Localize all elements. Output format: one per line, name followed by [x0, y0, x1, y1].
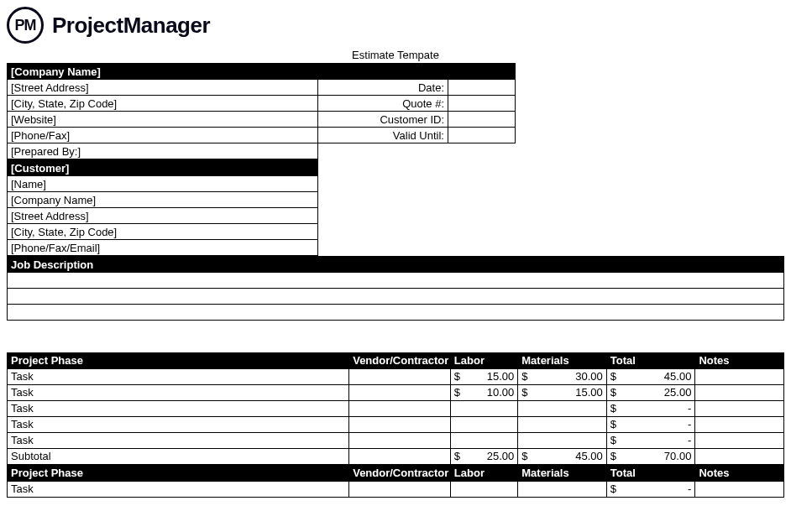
- materials-cell[interactable]: [518, 416, 607, 432]
- col-vendor: Vendor/Contractor: [349, 352, 451, 368]
- table-row: Task $10.00 $15.00 $25.00: [8, 384, 784, 400]
- label-customer-id: Customer ID:: [318, 112, 448, 128]
- subtotal-labor: $25.00: [450, 448, 517, 464]
- table-row: Task $15.00 $30.00 $45.00: [8, 368, 784, 384]
- col-materials: Materials: [518, 465, 607, 481]
- notes-cell[interactable]: [695, 368, 784, 384]
- value-date[interactable]: [448, 80, 516, 96]
- logo-row: PM ProjectManager: [7, 7, 784, 44]
- vendor-cell[interactable]: [349, 368, 451, 384]
- table-row: Task $-: [8, 432, 784, 448]
- table-row: Task $-: [8, 481, 784, 497]
- col-labor: Labor: [450, 352, 517, 368]
- col-labor: Labor: [450, 465, 517, 481]
- total-cell[interactable]: $-: [606, 432, 695, 448]
- notes-cell[interactable]: [695, 400, 784, 416]
- vendor-cell[interactable]: [349, 400, 451, 416]
- job-description-header: Job Description: [8, 257, 784, 273]
- total-cell[interactable]: $45.00: [606, 368, 695, 384]
- labor-cell[interactable]: $15.00: [450, 368, 517, 384]
- task-cell[interactable]: Task: [8, 416, 349, 432]
- customer-city[interactable]: [City, State, Zip Code]: [8, 224, 318, 240]
- col-notes: Notes: [695, 352, 784, 368]
- job-description-line[interactable]: [8, 305, 784, 321]
- value-valid-until[interactable]: [448, 128, 516, 143]
- col-total: Total: [606, 352, 695, 368]
- notes-cell[interactable]: [695, 432, 784, 448]
- vendor-cell[interactable]: [349, 384, 451, 400]
- table-row: Task $-: [8, 400, 784, 416]
- company-street[interactable]: [Street Address]: [8, 80, 318, 96]
- customer-street[interactable]: [Street Address]: [8, 208, 318, 224]
- subtotal-row: Subtotal $25.00 $45.00 $70.00: [8, 448, 784, 464]
- vendor-cell[interactable]: [349, 416, 451, 432]
- total-cell[interactable]: $-: [606, 481, 695, 497]
- phase1-table: Project Phase Vendor/Contractor Labor Ma…: [7, 352, 784, 465]
- total-cell[interactable]: $-: [606, 400, 695, 416]
- subtotal-label: Subtotal: [8, 448, 349, 464]
- company-header: [Company Name]: [8, 64, 318, 80]
- company-phone[interactable]: [Phone/Fax]: [8, 128, 318, 143]
- label-date: Date:: [318, 80, 448, 96]
- total-cell[interactable]: $25.00: [606, 384, 695, 400]
- page-title: Estimate Tempate: [7, 49, 784, 61]
- labor-cell[interactable]: $10.00: [450, 384, 517, 400]
- notes-cell[interactable]: [695, 416, 784, 432]
- labor-cell[interactable]: [450, 432, 517, 448]
- logo-text: ProjectManager: [52, 13, 210, 39]
- materials-cell[interactable]: [518, 432, 607, 448]
- customer-company[interactable]: [Company Name]: [8, 192, 318, 208]
- labor-cell[interactable]: [450, 416, 517, 432]
- phase2-table: Project Phase Vendor/Contractor Labor Ma…: [7, 465, 784, 498]
- company-meta-table: [Company Name] [Street Address] Date: [C…: [7, 63, 784, 159]
- job-description-line[interactable]: [8, 289, 784, 305]
- company-prepared-by[interactable]: [Prepared By:]: [8, 143, 318, 159]
- subtotal-total: $70.00: [606, 448, 695, 464]
- customer-contact[interactable]: [Phone/Fax/Email]: [8, 240, 318, 256]
- subtotal-materials: $45.00: [518, 448, 607, 464]
- label-valid-until: Valid Until:: [318, 128, 448, 143]
- materials-cell[interactable]: $15.00: [518, 384, 607, 400]
- task-cell[interactable]: Task: [8, 481, 349, 497]
- company-website[interactable]: [Website]: [8, 112, 318, 128]
- vendor-cell[interactable]: [349, 432, 451, 448]
- notes-cell[interactable]: [695, 384, 784, 400]
- col-vendor: Vendor/Contractor: [349, 465, 451, 481]
- task-cell[interactable]: Task: [8, 368, 349, 384]
- total-cell[interactable]: $-: [606, 416, 695, 432]
- materials-cell[interactable]: [518, 481, 607, 497]
- col-materials: Materials: [518, 352, 607, 368]
- value-quote[interactable]: [448, 96, 516, 112]
- col-phase: Project Phase: [8, 352, 349, 368]
- customer-header: [Customer]: [8, 160, 318, 176]
- col-phase: Project Phase: [8, 465, 349, 481]
- notes-cell[interactable]: [695, 481, 784, 497]
- col-notes: Notes: [695, 465, 784, 481]
- task-cell[interactable]: Task: [8, 384, 349, 400]
- col-total: Total: [606, 465, 695, 481]
- customer-table: [Customer] [Name] [Company Name] [Street…: [7, 159, 784, 256]
- vendor-cell[interactable]: [349, 481, 451, 497]
- company-header-ext: [318, 64, 448, 80]
- label-quote: Quote #:: [318, 96, 448, 112]
- task-cell[interactable]: Task: [8, 432, 349, 448]
- customer-name[interactable]: [Name]: [8, 176, 318, 192]
- logo-badge: PM: [7, 7, 44, 44]
- job-description-line[interactable]: [8, 273, 784, 289]
- labor-cell[interactable]: [450, 481, 517, 497]
- materials-cell[interactable]: $30.00: [518, 368, 607, 384]
- table-row: Task $-: [8, 416, 784, 432]
- company-city[interactable]: [City, State, Zip Code]: [8, 96, 318, 112]
- labor-cell[interactable]: [450, 400, 517, 416]
- job-description-table: Job Description: [7, 256, 784, 352]
- materials-cell[interactable]: [518, 400, 607, 416]
- value-customer-id[interactable]: [448, 112, 516, 128]
- task-cell[interactable]: Task: [8, 400, 349, 416]
